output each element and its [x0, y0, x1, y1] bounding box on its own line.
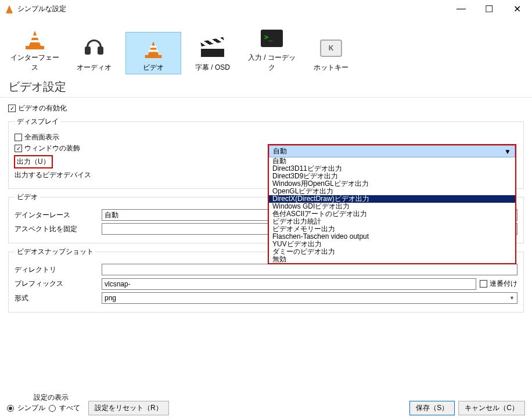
checkbox-icon	[8, 105, 16, 112]
sequential-label: 連番付け	[490, 279, 517, 289]
view-mode-radios: シンプル すべて	[7, 403, 80, 413]
tab-label: インターフェース	[9, 53, 61, 73]
output-label: 出力（U）	[15, 156, 52, 168]
chevron-down-icon: ▼	[504, 148, 511, 156]
reset-button[interactable]: 設定をリセット（R）	[88, 401, 169, 415]
category-tabs: インターフェース オーディオ ビデオ 字幕 / OSD 入力 / コーデック K…	[0, 17, 532, 74]
enable-video-checkbox[interactable]: ビデオの有効化	[8, 103, 524, 113]
minimize-button[interactable]: —	[454, 3, 468, 15]
tab-interface[interactable]: インターフェース	[7, 22, 63, 74]
fullscreen-checkbox[interactable]: 全画面表示	[15, 132, 517, 142]
radio-all[interactable]	[49, 405, 56, 412]
tab-label: ビデオ	[127, 63, 179, 73]
output-option[interactable]: ダミーのビデオ出力	[269, 248, 515, 256]
video-legend: ビデオ	[15, 192, 40, 202]
enable-video-label: ビデオの有効化	[18, 103, 67, 113]
page-title: ビデオ設定	[0, 74, 532, 98]
checkbox-icon	[15, 145, 22, 152]
directory-input[interactable]	[102, 264, 517, 275]
tab-label: 入力 / コーデック	[246, 53, 298, 73]
sequential-checkbox[interactable]: 連番付け	[480, 279, 517, 289]
display-legend: ディスプレイ	[15, 117, 61, 127]
checkbox-icon	[15, 134, 22, 141]
window-title: シンプルな設定	[17, 4, 454, 14]
radio-simple[interactable]	[7, 405, 14, 412]
output-option[interactable]: 無効	[269, 256, 515, 263]
titlebar: シンプルな設定 — ☐ ✕	[0, 0, 532, 17]
checkbox-icon	[480, 280, 487, 288]
tab-label: ホットキー	[305, 63, 357, 73]
radio-all-label: すべて	[59, 403, 80, 413]
format-label: 形式	[15, 293, 102, 303]
maximize-button[interactable]: ☐	[482, 3, 496, 15]
directory-label: ディレクトリ	[15, 265, 102, 275]
close-button[interactable]: ✕	[510, 3, 524, 15]
radio-simple-label: シンプル	[17, 403, 45, 413]
save-button[interactable]: 保存（S）	[409, 401, 455, 415]
prefix-label: プレフィックス	[15, 279, 102, 289]
chevron-down-icon: ▼	[509, 295, 515, 301]
tab-codecs[interactable]: 入力 / コーデック	[244, 22, 300, 74]
tab-hotkeys[interactable]: K ホットキー	[303, 32, 359, 74]
fullscreen-label: 全画面表示	[24, 132, 59, 142]
window-buttons: — ☐ ✕	[454, 3, 524, 15]
deinterlace-label: デインターレース	[15, 210, 102, 220]
tab-label: 字幕 / OSD	[186, 63, 239, 73]
tab-video[interactable]: ビデオ	[125, 32, 181, 74]
snapshot-legend: ビデオスナップショット	[15, 247, 96, 257]
output-dropdown[interactable]: 自動 ▼ 自動 Direct3D11ビデオ出力 Direct3D9ビデオ出力 W…	[268, 144, 516, 264]
cancel-button[interactable]: キャンセル（C）	[458, 401, 525, 415]
aspect-label: アスペクト比を固定	[15, 224, 102, 234]
decorations-label: ウィンドウの装飾	[24, 143, 80, 153]
tab-subtitles[interactable]: 字幕 / OSD	[185, 32, 240, 74]
prefix-input[interactable]	[102, 278, 476, 290]
tab-audio[interactable]: オーディオ	[66, 32, 122, 74]
format-combo[interactable]: png▼	[102, 292, 517, 304]
output-device-label: 出力するビデオデバイス	[15, 170, 102, 180]
footer: シンプル すべて 設定をリセット（R） 保存（S） キャンセル（C）	[7, 401, 525, 415]
output-option-list: 自動 Direct3D11ビデオ出力 Direct3D9ビデオ出力 Window…	[269, 157, 515, 263]
tab-label: オーディオ	[68, 63, 120, 73]
vlc-icon	[5, 4, 14, 13]
output-combo-selected[interactable]: 自動 ▼	[269, 145, 515, 157]
